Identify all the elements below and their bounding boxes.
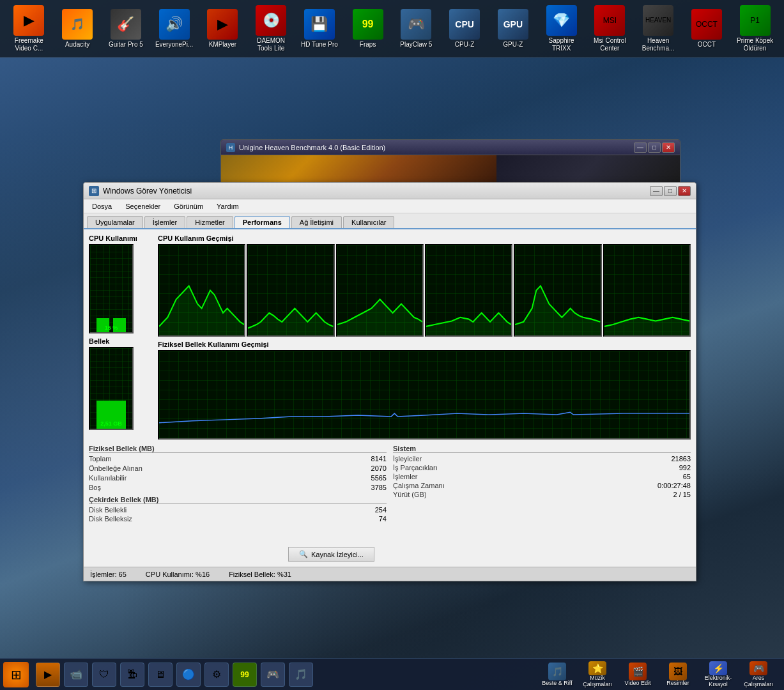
ares-icon: 🎮 [749,661,767,675]
cpu-graph-5 [514,244,601,337]
muzik-label: Müzik Çalışmaları [578,675,617,688]
stat-row-disk-belleksiz: Disk Belleksiz 74 [89,514,387,523]
heaven-benchmark-window[interactable]: H Unigine Heaven Benchmark 4.0 (Basic Ed… [220,139,680,184]
shortcut-elektronik[interactable]: ⚡ Elektronik-Kısayol [699,661,737,688]
menu-dosya[interactable]: Dosya [87,201,117,211]
taskbar-bottom: ⊞ ▶ 📹 🛡 🗜 🖥 🔵 ⚙ 99 🎮 🎵 🎵 Beste & Riff ⭐ … [0,658,784,690]
ares-label: Ares Çalışmaları [739,675,778,688]
taskbar-app-music[interactable]: 🎵 [289,663,313,687]
memory-history-title: Fiziksel Bellek Kullanımı Geçmişi [158,341,691,348]
kmp-icon: ▶ [207,9,238,40]
desktop-icon-sapphire[interactable]: 💎 Sapphire TRIXX [539,3,584,55]
tab-islemler[interactable]: İşlemler [144,216,186,228]
tab-hizmetler[interactable]: Hizmetler [187,216,233,228]
menu-gorunum[interactable]: Görünüm [169,201,208,211]
desktop-icon-everyone[interactable]: 🔊 EveryonePi... [151,6,197,51]
tab-performans[interactable]: Performans [234,216,290,228]
start-button[interactable]: ⊞ [3,662,29,687]
taskbar-app-video[interactable]: 📹 [64,663,88,687]
memory-graph [158,350,691,440]
stat-label-disk-belleksiz: Disk Belleksiz [89,515,132,523]
bottom-stats: Fiziksel Bellek (MB) Toplam 8141 Önbelle… [89,445,691,523]
taskbar-apps: ▶ 📹 🛡 🗜 🖥 🔵 ⚙ 99 🎮 🎵 [35,663,314,687]
memory-line [159,351,689,438]
desktop-icon-msi[interactable]: MSI Msi Control Center [587,3,633,55]
stat-row-onbellege: Önbelleğe Alınan 2070 [89,464,387,473]
everyone-label: EveryonePi... [155,41,193,49]
menu-yardim[interactable]: Yardım [211,201,244,211]
desktop-icon-freemake[interactable]: ▶ Freemake Video C... [6,3,52,55]
taskmgr-icon: ⊞ [89,186,99,196]
heaven-window-icon: H [226,143,235,152]
stat-value-yurut: 2 / 15 [673,491,691,498]
resource-monitor-button[interactable]: 🔍 Kaynak İzleyici... [288,547,374,562]
taskbar-app-fraps[interactable]: 99 [233,663,257,687]
sapphire-icon: 💎 [546,5,577,36]
desktop-icon-cpuz[interactable]: CPU CPU-Z [442,6,488,51]
desktop-icon-hdtune[interactable]: 💾 HD Tune Pro [297,6,342,51]
restore-button[interactable]: □ [648,142,661,153]
resimler-label: Resimler [666,680,689,687]
taskmgr-title: Windows Görev Yöneticisi [103,187,650,195]
taskbar-app-game[interactable]: 🎮 [261,663,285,687]
memory-history-section: Fiziksel Bellek Kullanımı Geçmişi [158,341,691,440]
desktop-icon-daemon[interactable]: 💿 DAEMON Tools Lite [249,3,294,55]
menu-secenekler[interactable]: Seçenekler [120,201,165,211]
desktop-icon-guitar[interactable]: 🎸 Guitar Pro 5 [104,6,149,51]
shortcut-video[interactable]: 🎬 Video Edit [619,661,657,688]
stat-row-bos: Boş 3785 [89,483,387,492]
minimize-button[interactable]: — [634,142,647,153]
shortcut-ares[interactable]: 🎮 Ares Çalışmaları [739,661,778,688]
taskmgr-minimize[interactable]: — [650,186,663,196]
performance-content: CPU Kullanımı 16 % Bellek [84,229,696,564]
msi-icon: MSI [594,5,625,36]
msi-label: Msi Control Center [590,37,630,52]
taskbar-app-blue[interactable]: 🔵 [176,663,201,687]
stat-value-islemler: 65 [683,473,691,480]
taskbar-app-archive[interactable]: 🗜 [120,663,144,687]
desktop-icon-playclaw[interactable]: 🎮 PlayClaw 5 [394,6,439,51]
cpu-usage-section: CPU Kullanımı 16 % [89,234,153,334]
stat-value-onbellege: 2070 [371,464,387,472]
shortcut-beste[interactable]: 🎵 Beste & Riff [538,661,576,688]
desktop-icon-fraps[interactable]: 99 Fraps [345,6,390,51]
stat-label-is-parcaciklari: İş Parçacıkları [393,464,438,471]
desktop-icon-kmp[interactable]: ▶ KMPlayer [200,6,245,51]
close-button[interactable]: ✕ [662,142,675,153]
stat-row-kullanilabilir: Kullanılabilir 5565 [89,473,387,482]
shortcut-resimler[interactable]: 🖼 Resimler [659,661,697,688]
taskbar-app-gear[interactable]: ⚙ [204,663,229,687]
shortcut-muzik[interactable]: ⭐ Müzik Çalışmaları [578,661,617,688]
desktop-icon-gpuz[interactable]: GPU GPU-Z [491,6,536,51]
stat-label-islemler: İşlemler [393,473,418,480]
taskmgr-restore[interactable]: □ [664,186,677,196]
stat-row-disk-bellekli: Disk Bellekli 254 [89,505,387,514]
freemake-label: Freemake Video C... [9,37,49,52]
taskbar-app-media[interactable]: ▶ [36,663,60,687]
taskmgr-close[interactable]: ✕ [678,186,691,196]
desktop-icon-heaven[interactable]: HEAVEN Heaven Benchma... [636,3,681,55]
stat-label-isleyiciler: İşleyiciler [393,455,422,463]
audacity-label: Audacity [65,41,89,49]
stat-value-is-parcaciklari: 992 [679,464,691,471]
tab-kullanicilar[interactable]: Kullanıcılar [343,216,394,228]
desktop-icon-prime[interactable]: P1 Prime Köpek Öldüren [732,3,778,55]
cpu-graph-4 [425,244,512,337]
daemon-label: DAEMON Tools Lite [251,37,291,52]
prime-label: Prime Köpek Öldüren [735,37,775,52]
cpu-graph-2 [247,244,334,337]
taskbar-app-antivirus[interactable]: 🛡 [92,663,116,687]
tab-uygulamalar[interactable]: Uygulamalar [87,216,143,228]
tab-ag-iletisimi[interactable]: Ağ İletişimi [291,216,342,228]
muzik-icon: ⭐ [588,661,606,675]
taskmgr-titlebar: ⊞ Windows Görev Yöneticisi — □ ✕ [84,183,696,199]
cpu-history-grid [158,244,691,337]
desktop-icon-audacity[interactable]: 🎵 Audacity [55,6,100,51]
resource-monitor-icon: 🔍 [299,550,308,558]
taskbar-app-explorer[interactable]: 🖥 [148,663,173,687]
system-stats-section: Sistem İşleyiciler 21863 İş Parçacıkları… [393,445,691,523]
stat-value-bos: 3785 [371,484,387,491]
stat-label-toplam: Toplam [89,455,111,463]
desktop-icon-occt[interactable]: OCCT OCCT [684,6,730,51]
kmp-label: KMPlayer [209,41,236,49]
